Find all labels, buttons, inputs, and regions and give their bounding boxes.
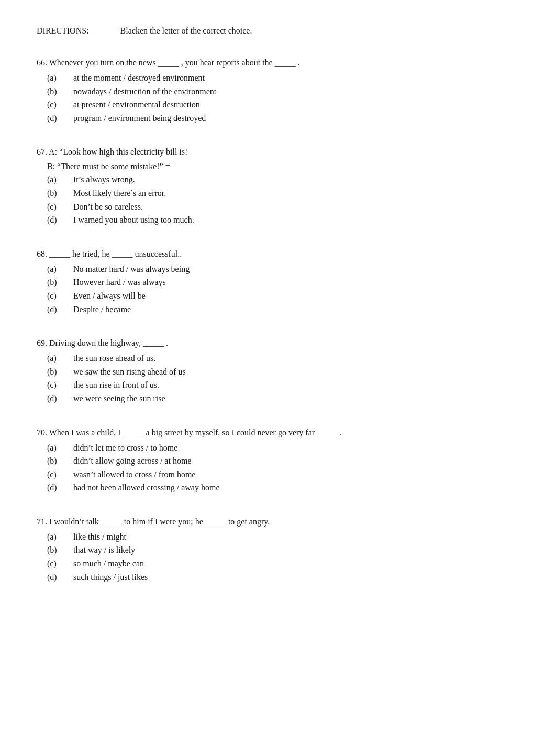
question-block-q67: 67. A: “Look how high this electricity b…	[37, 146, 497, 226]
choice-text-q67-1: Most likely there’s an error.	[73, 187, 497, 200]
choice-row-q70-3: (d)had not been allowed crossing / away …	[37, 481, 497, 495]
choice-letter-q68-3: (d)	[37, 303, 73, 316]
choice-text-q69-3: we were seeing the sun rise	[73, 392, 497, 406]
choice-letter-q69-0: (a)	[37, 352, 73, 365]
choice-text-q66-2: at present / environmental destruction	[73, 98, 497, 112]
choice-row-q70-2: (c)wasn’t allowed to cross / from home	[37, 468, 497, 481]
choice-row-q68-3: (d)Despite / became	[37, 303, 497, 316]
choice-row-q67-2: (c)Don’t be so careless.	[37, 200, 497, 214]
choice-letter-q71-3: (d)	[37, 571, 73, 584]
choice-text-q66-3: program / environment being destroyed	[73, 112, 497, 125]
choice-text-q66-1: nowadays / destruction of the environmen…	[73, 85, 497, 98]
question-block-q70: 70. When I was a child, I _____ a big st…	[37, 426, 497, 495]
choice-letter-q67-2: (c)	[37, 200, 73, 214]
choice-text-q71-3: such things / just likes	[73, 571, 497, 584]
choice-letter-q71-1: (b)	[37, 543, 73, 557]
choice-row-q67-0: (a)It’s always wrong.	[37, 173, 497, 187]
question-block-q68: 68. _____ he tried, he _____ unsuccessfu…	[37, 248, 497, 316]
choice-row-q66-0: (a)at the moment / destroyed environment	[37, 71, 497, 85]
dialogue-line-q67-0: B: “There must be some mistake!” =	[47, 160, 497, 173]
choice-text-q71-1: that way / is likely	[73, 543, 497, 557]
choice-text-q69-1: we saw the sun rising ahead of us	[73, 365, 497, 379]
choice-row-q71-3: (d)such things / just likes	[37, 571, 497, 584]
choice-text-q68-0: No matter hard / was always being	[73, 262, 497, 276]
choice-row-q66-3: (d)program / environment being destroyed	[37, 112, 497, 125]
choice-row-q70-1: (b)didn’t allow going across / at home	[37, 454, 497, 468]
choice-letter-q69-2: (c)	[37, 378, 73, 392]
question-stem-q68: 68. _____ he tried, he _____ unsuccessfu…	[37, 248, 497, 260]
choice-text-q70-1: didn’t allow going across / at home	[73, 454, 497, 468]
choice-letter-q67-3: (d)	[37, 213, 73, 227]
choice-row-q68-0: (a)No matter hard / was always being	[37, 262, 497, 276]
choice-row-q69-2: (c)the sun rise in front of us.	[37, 378, 497, 392]
choice-text-q71-0: like this / might	[73, 530, 497, 544]
questions-container: 66. Whenever you turn on the news _____ …	[37, 57, 497, 584]
question-stem-q70: 70. When I was a child, I _____ a big st…	[37, 426, 497, 439]
directions-text: Blacken the letter of the correct choice…	[120, 26, 252, 36]
choice-row-q71-1: (b)that way / is likely	[37, 543, 497, 557]
choice-row-q67-3: (d)I warned you about using too much.	[37, 213, 497, 227]
choice-text-q67-3: I warned you about using too much.	[73, 213, 497, 227]
choice-letter-q68-0: (a)	[37, 262, 73, 276]
choices-q69: (a)the sun rose ahead of us.(b)we saw th…	[37, 352, 497, 405]
choice-text-q67-0: It’s always wrong.	[73, 173, 497, 187]
choice-text-q70-3: had not been allowed crossing / away hom…	[73, 481, 497, 495]
choice-letter-q66-2: (c)	[37, 98, 73, 112]
choice-row-q68-1: (b)However hard / was always	[37, 276, 497, 289]
question-stem-q71: 71. I wouldn’t talk _____ to him if I we…	[37, 516, 497, 528]
question-stem-q67: 67. A: “Look how high this electricity b…	[37, 146, 497, 158]
choice-text-q68-3: Despite / became	[73, 303, 497, 316]
choice-text-q69-2: the sun rise in front of us.	[73, 378, 497, 392]
choices-q68: (a)No matter hard / was always being(b)H…	[37, 262, 497, 316]
choice-row-q66-1: (b)nowadays / destruction of the environ…	[37, 85, 497, 98]
choice-text-q68-2: Even / always will be	[73, 289, 497, 303]
choices-q67: (a)It’s always wrong.(b)Most likely ther…	[37, 173, 497, 226]
choice-text-q66-0: at the moment / destroyed environment	[73, 71, 497, 85]
choice-letter-q67-0: (a)	[37, 173, 73, 187]
choice-row-q69-0: (a)the sun rose ahead of us.	[37, 352, 497, 365]
question-block-q66: 66. Whenever you turn on the news _____ …	[37, 57, 497, 125]
choice-row-q71-2: (c)so much / maybe can	[37, 557, 497, 571]
choice-row-q69-3: (d)we were seeing the sun rise	[37, 392, 497, 406]
choice-letter-q70-3: (d)	[37, 481, 73, 495]
choice-letter-q69-1: (b)	[37, 365, 73, 379]
choice-row-q66-2: (c)at present / environmental destructio…	[37, 98, 497, 112]
choice-letter-q68-2: (c)	[37, 289, 73, 303]
choice-row-q69-1: (b)we saw the sun rising ahead of us	[37, 365, 497, 379]
choice-row-q70-0: (a)didn’t let me to cross / to home	[37, 441, 497, 455]
choice-letter-q70-2: (c)	[37, 468, 73, 481]
choices-q66: (a)at the moment / destroyed environment…	[37, 71, 497, 125]
choice-letter-q67-1: (b)	[37, 187, 73, 200]
choice-letter-q66-3: (d)	[37, 112, 73, 125]
choice-letter-q66-1: (b)	[37, 85, 73, 98]
choice-letter-q66-0: (a)	[37, 71, 73, 85]
question-stem-q69: 69. Driving down the highway, _____ .	[37, 337, 497, 349]
question-stem-q66: 66. Whenever you turn on the news _____ …	[37, 57, 497, 69]
choice-letter-q71-2: (c)	[37, 557, 73, 571]
question-block-q69: 69. Driving down the highway, _____ .(a)…	[37, 337, 497, 405]
choice-row-q71-0: (a)like this / might	[37, 530, 497, 544]
choice-letter-q68-1: (b)	[37, 276, 73, 289]
choice-text-q67-2: Don’t be so careless.	[73, 200, 497, 214]
choice-text-q69-0: the sun rose ahead of us.	[73, 352, 497, 365]
choice-letter-q71-0: (a)	[37, 530, 73, 544]
directions-line: DIRECTIONS: Blacken the letter of the co…	[37, 26, 497, 36]
choices-q71: (a)like this / might(b)that way / is lik…	[37, 530, 497, 584]
directions-label: DIRECTIONS:	[37, 26, 89, 36]
choice-row-q68-2: (c)Even / always will be	[37, 289, 497, 303]
choice-text-q71-2: so much / maybe can	[73, 557, 497, 571]
question-block-q71: 71. I wouldn’t talk _____ to him if I we…	[37, 516, 497, 584]
choice-letter-q69-3: (d)	[37, 392, 73, 406]
choice-letter-q70-0: (a)	[37, 441, 73, 455]
choices-q70: (a)didn’t let me to cross / to home(b)di…	[37, 441, 497, 495]
choice-text-q70-2: wasn’t allowed to cross / from home	[73, 468, 497, 481]
choice-text-q70-0: didn’t let me to cross / to home	[73, 441, 497, 455]
choice-row-q67-1: (b)Most likely there’s an error.	[37, 187, 497, 200]
choice-text-q68-1: However hard / was always	[73, 276, 497, 289]
choice-letter-q70-1: (b)	[37, 454, 73, 468]
